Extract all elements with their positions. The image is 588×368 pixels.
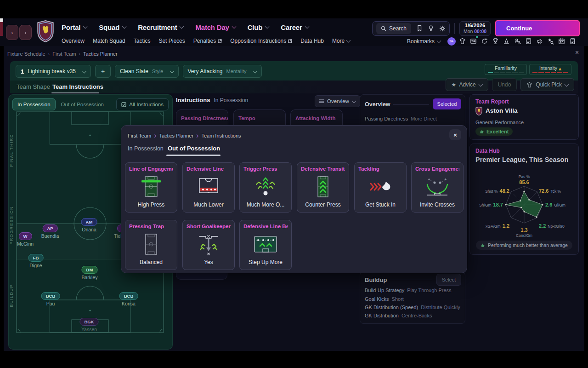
- instructions-header: Instructions In Possession: [176, 97, 248, 104]
- selected-button[interactable]: Selected: [433, 98, 461, 109]
- bookmark-icon[interactable]: [416, 25, 423, 32]
- svg-text:Sh/Gm18.7: Sh/Gm18.7: [479, 202, 503, 207]
- toggle-out-of-possession[interactable]: Out of Possession: [57, 99, 107, 110]
- subnav-tactics[interactable]: Tactics: [134, 38, 151, 44]
- card-line-of-engagement[interactable]: Line of Engagement High Press: [125, 162, 177, 213]
- subnav-opposition-instructions[interactable]: Opposition Instructions: [230, 38, 292, 44]
- line-of-engagement-icon: [125, 174, 177, 200]
- view-selector-dropdown[interactable]: Overview: [315, 95, 360, 107]
- player-barkley[interactable]: DM Barkley: [81, 266, 97, 280]
- bookmarks-menu[interactable]: Bookmarks: [407, 38, 441, 45]
- modal-crumb-team-instructions[interactable]: Team Instructions: [201, 133, 241, 138]
- tab-team-shape[interactable]: Team Shape: [17, 83, 50, 90]
- undo-button[interactable]: Undo: [492, 78, 517, 91]
- card-cross-engagement[interactable]: Cross Engagement Invite Crosses: [411, 162, 464, 213]
- subnav-set-pieces[interactable]: Set Pieces: [158, 38, 185, 44]
- defensive-transition-icon: [297, 174, 349, 200]
- mentality-selector[interactable]: Very Attacking Mentality: [183, 65, 262, 78]
- card-tackling[interactable]: Tackling Get Stuck In: [354, 162, 407, 213]
- profile-card-icon[interactable]: [469, 37, 478, 46]
- card-short-gk-distribution[interactable]: Short Goalkeeper Distr Yes: [182, 220, 235, 270]
- club-crest[interactable]: [37, 20, 54, 42]
- close-page-icon[interactable]: ×: [575, 49, 579, 56]
- data-hub-panel: Data Hub Premier League, This Season Pas…: [469, 144, 579, 255]
- player-digne[interactable]: FB Digne: [28, 254, 44, 268]
- breadcrumb-first-team[interactable]: First Team: [52, 51, 76, 57]
- main-menu: Portal Squad Recruitment Match Day Club …: [62, 21, 309, 33]
- modal-close-button[interactable]: ×: [449, 129, 461, 140]
- menu-career[interactable]: Career: [281, 23, 308, 31]
- chevron-down-icon: [82, 69, 87, 73]
- external-link-icon: [288, 39, 292, 43]
- breadcrumb-tactics-planner[interactable]: Tactics Planner: [83, 51, 118, 57]
- tactic-selector[interactable]: 1 Lightning break v35: [16, 65, 91, 78]
- calendar-icon[interactable]: [557, 37, 566, 46]
- subnav-more[interactable]: More: [332, 38, 350, 44]
- subnav-match-squad[interactable]: Match Squad: [93, 38, 125, 44]
- breadcrumb-separator: ›: [154, 132, 156, 140]
- player-buendia[interactable]: AP Buendia: [41, 224, 59, 239]
- advice-button[interactable]: ★ Advice: [446, 78, 488, 91]
- player-onana[interactable]: AM Onana: [81, 218, 97, 232]
- card-defensive-line-behaviour[interactable]: Defensive Line Behavio Step Up More: [239, 220, 292, 270]
- letterbox-bottom: [0, 351, 588, 368]
- club-crest-small: [475, 107, 482, 115]
- intensity-meter[interactable]: Intensity ▲: [529, 64, 571, 75]
- gear-icon[interactable]: [439, 25, 446, 32]
- menu-match-day[interactable]: Match Day: [195, 23, 235, 31]
- menu-club[interactable]: Club: [248, 23, 269, 31]
- subnav-data-hub[interactable]: Data Hub: [300, 38, 324, 44]
- tab-team-instructions[interactable]: Team Instructions: [52, 83, 103, 90]
- inbox-chat-icon[interactable]: 9+: [447, 37, 456, 46]
- notes-icon[interactable]: [568, 37, 577, 46]
- menu-squad[interactable]: Squad: [99, 23, 126, 31]
- kit-shirt-icon[interactable]: [458, 37, 467, 46]
- player-yassen[interactable]: BGK Yassen: [79, 318, 98, 332]
- subnav-overview[interactable]: Overview: [62, 38, 85, 44]
- card-pressing-trap[interactable]: Pressing Trap Balanced: [125, 220, 177, 270]
- modal-tab-out-of-possession[interactable]: Out of Possession: [168, 145, 220, 152]
- club-megaphone-icon[interactable]: [535, 37, 544, 46]
- toggle-in-possession[interactable]: In Possession: [12, 98, 56, 110]
- style-selector[interactable]: Clean Slate Style: [115, 65, 179, 78]
- menu-portal[interactable]: Portal: [62, 23, 87, 31]
- lightbulb-icon[interactable]: [428, 25, 434, 32]
- short-gk-distribution-icon: [183, 231, 234, 257]
- modal-crumb-tactics-planner[interactable]: Tactics Planner: [159, 133, 193, 138]
- card-trigger-press[interactable]: Trigger Press Much More O...: [239, 162, 292, 213]
- player-pau[interactable]: BCB Pau: [41, 292, 60, 306]
- trophy-icon[interactable]: [491, 37, 500, 46]
- card-defensive-transition[interactable]: Defensive Transition Counter-Press: [297, 162, 349, 213]
- continue-button[interactable]: Continue: [495, 20, 580, 36]
- divider: [454, 23, 455, 34]
- forward-button[interactable]: ›: [19, 25, 32, 40]
- all-instructions-button[interactable]: All Instructions: [116, 98, 169, 110]
- training-cone-icon[interactable]: [502, 37, 511, 46]
- subnav-penalties[interactable]: Penalties: [193, 38, 222, 44]
- player-mcginn[interactable]: W McGinn: [17, 232, 34, 247]
- section-label: General Performance: [475, 120, 524, 125]
- performance-annotation: Performing much better than average: [476, 241, 572, 250]
- sync-icon[interactable]: [480, 37, 489, 46]
- modal-crumb-first-team[interactable]: First Team: [128, 133, 151, 138]
- svg-text:2.6Gl/Gm: 2.6Gl/Gm: [545, 202, 565, 207]
- back-button[interactable]: ‹: [6, 25, 18, 40]
- reports-list-icon[interactable]: [524, 37, 533, 46]
- modal-tab-in-possession[interactable]: In Possession: [128, 145, 164, 152]
- breadcrumb-fixture-schedule[interactable]: Fixture Schedule: [7, 51, 45, 57]
- defensive-line-icon: [183, 174, 234, 200]
- menu-recruitment[interactable]: Recruitment: [138, 23, 183, 31]
- card-defensive-line[interactable]: Defensive Line Much Lower: [182, 162, 235, 213]
- search-button[interactable]: Search: [376, 23, 411, 34]
- quick-pick-button[interactable]: Quick Pick: [520, 78, 574, 91]
- game-date[interactable]: 1/6/2026 Mon 00:00: [459, 21, 491, 36]
- player-search-icon[interactable]: [546, 37, 555, 46]
- scouting-icon[interactable]: [513, 37, 522, 46]
- player-konsa[interactable]: BCB Konsa: [119, 292, 138, 306]
- svg-text:72.6Tck %: 72.6Tck %: [539, 188, 561, 194]
- select-button[interactable]: Select: [436, 274, 461, 286]
- breadcrumb-separator: ›: [48, 51, 50, 57]
- add-tactic-button[interactable]: +: [95, 65, 111, 78]
- familiarity-meter[interactable]: Familiarity: [485, 64, 527, 75]
- club-name[interactable]: Aston Villa: [486, 107, 518, 114]
